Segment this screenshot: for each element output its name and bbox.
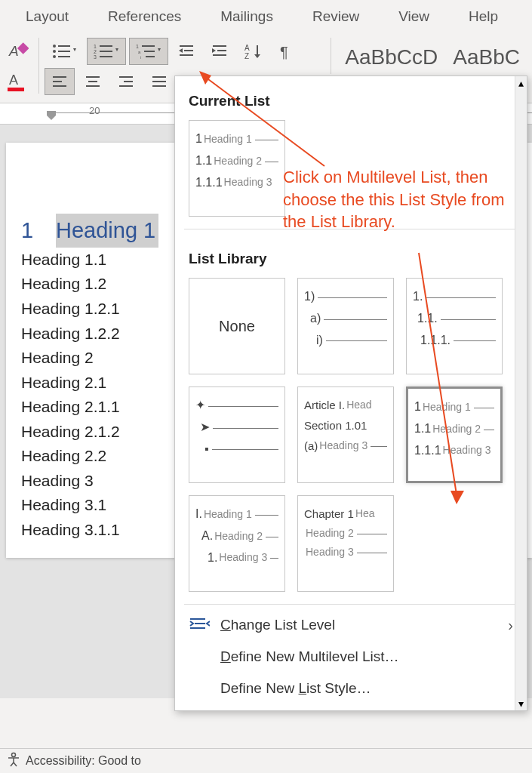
svg-point-6 (53, 50, 56, 53)
tab-references[interactable]: References (88, 8, 201, 25)
svg-text:2: 2 (94, 49, 97, 54)
tab-layout[interactable]: Layout (6, 8, 88, 25)
bullets-button[interactable] (45, 38, 84, 65)
svg-point-8 (53, 55, 56, 58)
define-multilevel-menu[interactable]: Define New Multilevel List… (175, 641, 527, 673)
svg-point-49 (12, 753, 16, 757)
svg-text:A: A (244, 44, 250, 52)
define-list-style-menu[interactable]: Define New List Style… (175, 673, 527, 704)
svg-point-4 (53, 45, 56, 48)
current-list-tile[interactable]: 1Heading 1 1.1Heading 2 1.1.1Heading 3 (189, 120, 285, 217)
svg-text:A: A (8, 43, 19, 59)
align-left-button[interactable] (45, 68, 75, 95)
style-sample-2[interactable]: AaBbC (448, 41, 524, 74)
tab-review[interactable]: Review (293, 8, 379, 25)
list-tile-dotted[interactable]: 1. 1.1. 1.1.1. (406, 278, 503, 374)
svg-text:i: i (140, 55, 141, 60)
ribbon-tabs: Layout References Mailings Review View H… (0, 0, 532, 33)
ruler-tick-20: 20 (89, 105, 100, 116)
numbering-button[interactable]: 123 (87, 38, 126, 65)
list-library-title: List Library (175, 234, 527, 278)
decrease-indent-button[interactable] (171, 38, 201, 65)
current-list-title: Current List (175, 76, 527, 120)
accessibility-status-label[interactable]: Accessibility: Good to (26, 754, 141, 768)
align-justify-button[interactable] (144, 68, 174, 95)
svg-text:Z: Z (244, 52, 249, 60)
svg-text:1: 1 (136, 44, 139, 49)
annotation-text: Click on Multilevel List, then choose th… (283, 166, 524, 233)
heading1-number: 1 (21, 214, 33, 248)
svg-text:3: 3 (94, 54, 97, 60)
list-tile-chapter[interactable]: Chapter 1Hea Heading 2 Heading 3 (297, 495, 394, 592)
chevron-right-icon: › (508, 617, 513, 634)
list-tile-roman[interactable]: I.Heading 1 A.Heading 2 1.Heading 3 (189, 495, 285, 592)
tab-mailings[interactable]: Mailings (201, 8, 293, 25)
list-tile-paren[interactable]: 1) a) i) (297, 278, 394, 374)
pilcrow-button[interactable]: ¶ (271, 38, 301, 65)
change-list-level-menu[interactable]: Change List Level › (175, 609, 527, 641)
indent-icon (189, 616, 210, 635)
styles-panel: AaBbCcD AaBbC (331, 38, 529, 74)
align-right-button[interactable] (111, 68, 141, 95)
sort-button[interactable]: AZ (238, 38, 268, 65)
multilevel-list-button[interactable]: 1ai (129, 38, 168, 65)
svg-text:¶: ¶ (280, 44, 288, 60)
tab-view[interactable]: View (379, 8, 449, 25)
accessibility-icon[interactable] (6, 752, 21, 770)
svg-text:A: A (9, 72, 18, 88)
list-tile-article[interactable]: Article I.Head Section 1.01 (a)Heading 3 (297, 386, 394, 483)
list-tile-none[interactable]: None (189, 278, 285, 374)
svg-rect-3 (8, 88, 24, 91)
svg-rect-1 (17, 42, 29, 54)
clear-format-button[interactable]: A (3, 38, 33, 65)
align-center-button[interactable] (78, 68, 108, 95)
font-color-button[interactable]: A (3, 68, 33, 95)
svg-text:a: a (138, 50, 141, 54)
svg-text:1: 1 (94, 44, 97, 49)
increase-indent-button[interactable] (204, 38, 235, 65)
status-bar: Accessibility: Good to (0, 748, 532, 773)
list-tile-bullets[interactable]: ✦ ➤ ▪ (189, 386, 285, 483)
tab-help[interactable]: Help (449, 8, 518, 25)
scroll-up-icon[interactable]: ▴ (515, 76, 527, 90)
heading1-text: Heading 1 (56, 214, 158, 248)
style-sample-1[interactable]: AaBbCcD (340, 41, 442, 74)
list-tile-heading-numeric[interactable]: 1Heading 1 1.1Heading 2 1.1.1Heading 3 (406, 386, 503, 483)
